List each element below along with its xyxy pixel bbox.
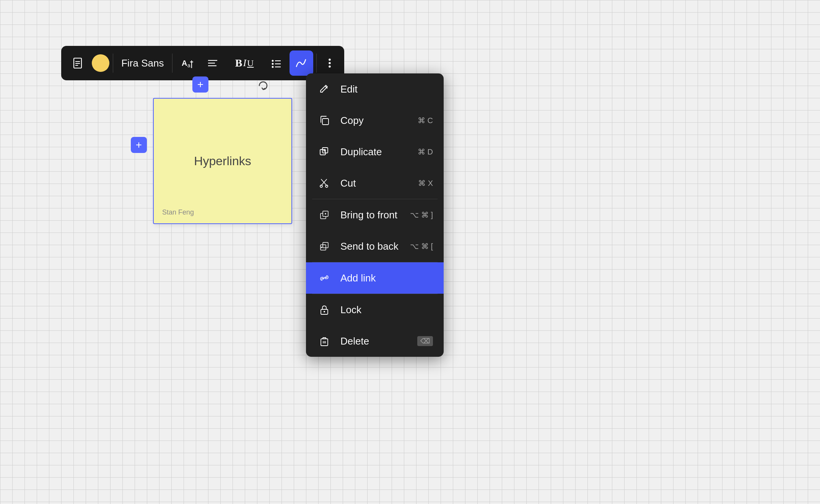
- svg-point-27: [320, 185, 322, 187]
- font-selector[interactable]: Fira Sans: [116, 50, 169, 76]
- menu-item-send-back-label: Send to back: [340, 241, 410, 252]
- svg-point-28: [325, 185, 328, 187]
- menu-item-copy[interactable]: Copy ⌘ C: [306, 105, 444, 136]
- context-menu: Edit Copy ⌘ C Duplicate ⌘ D: [306, 73, 444, 357]
- menu-item-copy-label: Copy: [340, 115, 418, 127]
- svg-point-19: [329, 65, 331, 68]
- svg-rect-22: [322, 119, 329, 125]
- edit-icon: [317, 81, 332, 97]
- sticky-note-title: Hyperlinks: [194, 154, 251, 168]
- bold-italic-underline-button[interactable]: B I U: [226, 50, 262, 76]
- svg-text:A: A: [182, 59, 187, 67]
- separator-2: [172, 54, 172, 73]
- svg-point-38: [324, 311, 325, 312]
- text-size-button[interactable]: A a: [176, 50, 199, 76]
- menu-item-delete-label: Delete: [340, 335, 417, 347]
- cut-icon: [317, 176, 332, 191]
- send-back-icon: [317, 239, 332, 254]
- toolbar: Fira Sans A a B I U: [61, 46, 344, 80]
- menu-item-cut[interactable]: Cut ⌘ X: [306, 167, 444, 199]
- handle-left[interactable]: +: [131, 137, 147, 153]
- menu-item-lock[interactable]: Lock: [306, 294, 444, 325]
- svg-text:a: a: [187, 62, 190, 68]
- menu-item-cut-shortcut: ⌘ X: [418, 179, 433, 188]
- menu-item-send-to-back[interactable]: Send to back ⌥ ⌘ [: [306, 231, 444, 262]
- link-icon: [317, 270, 332, 286]
- menu-item-cut-label: Cut: [340, 177, 418, 189]
- sticky-note-author: Stan Feng: [162, 208, 194, 216]
- font-label: Fira Sans: [118, 57, 167, 69]
- svg-point-13: [272, 66, 273, 68]
- separator-3: [316, 54, 317, 73]
- rotate-handle[interactable]: [255, 78, 271, 93]
- menu-item-delete[interactable]: Delete ⌫: [306, 325, 444, 357]
- sticky-note[interactable]: Hyperlinks Stan Feng: [153, 98, 292, 224]
- list-button[interactable]: [264, 50, 288, 76]
- svg-rect-24: [322, 148, 328, 153]
- handle-top[interactable]: +: [192, 76, 208, 93]
- svg-rect-23: [320, 150, 325, 155]
- svg-point-11: [272, 60, 273, 62]
- separator-1: [113, 54, 113, 73]
- menu-item-edit[interactable]: Edit: [306, 73, 444, 105]
- menu-item-add-link[interactable]: Add link: [306, 262, 444, 294]
- bring-front-icon: [317, 207, 332, 223]
- color-dot: [92, 54, 109, 72]
- svg-point-17: [329, 59, 331, 61]
- align-button[interactable]: [201, 50, 225, 76]
- menu-item-duplicate-label: Duplicate: [340, 146, 418, 158]
- menu-item-lock-label: Lock: [340, 304, 433, 316]
- menu-item-bring-to-front[interactable]: Bring to front ⌥ ⌘ ]: [306, 199, 444, 231]
- document-button[interactable]: [66, 50, 89, 76]
- lock-icon: [317, 302, 332, 317]
- menu-item-bring-front-label: Bring to front: [340, 209, 410, 221]
- copy-icon: [317, 113, 332, 128]
- menu-item-add-link-label: Add link: [340, 272, 433, 284]
- svg-point-12: [272, 63, 273, 65]
- menu-item-duplicate[interactable]: Duplicate ⌘ D: [306, 136, 444, 167]
- delete-icon: [317, 333, 332, 349]
- signature-button[interactable]: [290, 50, 313, 76]
- color-picker-button[interactable]: [91, 50, 109, 76]
- menu-item-delete-shortcut: ⌫: [417, 336, 433, 346]
- menu-item-duplicate-shortcut: ⌘ D: [418, 147, 433, 156]
- menu-item-send-back-shortcut: ⌥ ⌘ [: [410, 242, 433, 251]
- menu-item-bring-front-shortcut: ⌥ ⌘ ]: [410, 210, 433, 219]
- menu-item-edit-label: Edit: [340, 83, 433, 95]
- more-button[interactable]: [320, 50, 340, 76]
- menu-item-copy-shortcut: ⌘ C: [418, 116, 433, 125]
- svg-point-18: [329, 62, 331, 64]
- duplicate-icon: [317, 144, 332, 159]
